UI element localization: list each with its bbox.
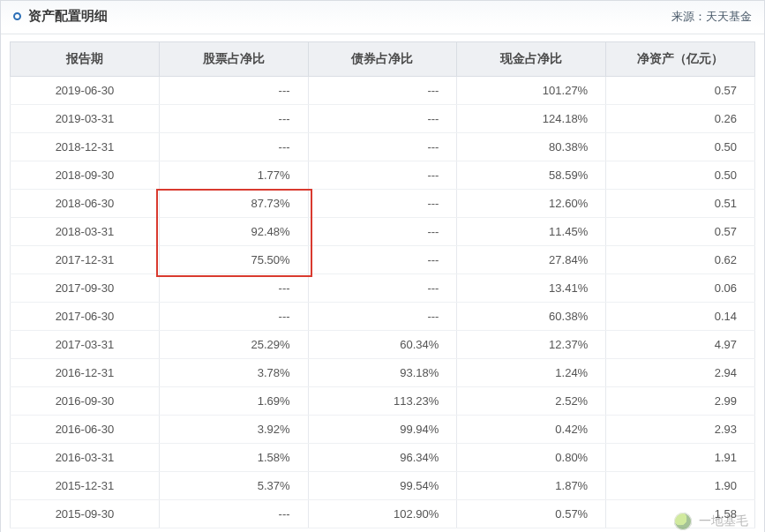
- cell-bond: ---: [308, 105, 457, 133]
- table-row: 2018-06-3087.73%---12.60%0.51: [11, 190, 755, 218]
- table-wrap: 报告期 股票占净比 债券占净比 现金占净比 净资产（亿元） 2019-06-30…: [1, 34, 764, 532]
- cell-period: 2015-12-31: [11, 472, 160, 500]
- col-bond: 债券占净比: [308, 42, 457, 77]
- cell-nav: 2.99: [606, 387, 755, 416]
- cell-cash: 11.45%: [457, 218, 606, 246]
- cell-bond: 99.54%: [308, 472, 457, 500]
- table-row: 2016-03-311.58%96.34%0.80%1.91: [11, 444, 755, 472]
- cell-period: 2016-03-31: [11, 444, 160, 472]
- cell-period: 2018-03-31: [11, 218, 160, 246]
- cell-stock: ---: [159, 133, 308, 161]
- cell-period: 2019-06-30: [11, 77, 160, 105]
- cell-stock: ---: [159, 105, 308, 133]
- cell-cash: 2.52%: [457, 387, 606, 416]
- cell-nav: 0.62: [606, 246, 755, 274]
- cell-bond: ---: [308, 161, 457, 190]
- table-row: 2018-03-3192.48%---11.45%0.57: [11, 218, 755, 246]
- cell-bond: 93.18%: [308, 359, 457, 387]
- table-row: 2016-09-301.69%113.23%2.52%2.99: [11, 387, 755, 416]
- cell-stock: 87.73%: [159, 190, 308, 218]
- cell-stock: ---: [159, 77, 308, 105]
- cell-cash: 12.60%: [457, 190, 606, 218]
- cell-bond: ---: [308, 218, 457, 246]
- cell-nav: 2.94: [606, 359, 755, 387]
- cell-cash: 80.38%: [457, 133, 606, 161]
- cell-stock: 1.58%: [159, 444, 308, 472]
- cell-cash: 0.57%: [457, 500, 606, 528]
- cell-period: 2015-09-30: [11, 500, 160, 528]
- cell-bond: ---: [308, 190, 457, 218]
- table-body: 2019-06-30------101.27%0.572019-03-31---…: [11, 77, 755, 528]
- cell-nav: 4.97: [606, 331, 755, 359]
- cell-stock: 75.50%: [159, 246, 308, 274]
- cell-bond: ---: [308, 246, 457, 274]
- cell-stock: 1.77%: [159, 161, 308, 190]
- cell-stock: 3.78%: [159, 359, 308, 387]
- table-row: 2019-03-31------124.18%0.26: [11, 105, 755, 133]
- cell-period: 2017-03-31: [11, 331, 160, 359]
- cell-cash: 1.24%: [457, 359, 606, 387]
- table-row: 2017-12-3175.50%---27.84%0.62: [11, 246, 755, 274]
- cell-bond: 99.94%: [308, 416, 457, 444]
- table-row: 2016-06-303.92%99.94%0.42%2.93: [11, 416, 755, 444]
- cell-cash: 12.37%: [457, 331, 606, 359]
- cell-cash: 58.59%: [457, 161, 606, 190]
- asset-allocation-panel: 资产配置明细 来源：天天基金 报告期 股票占净比 债券占净比 现金占净比 净资产…: [0, 0, 765, 532]
- cell-stock: 92.48%: [159, 218, 308, 246]
- table-row: 2018-12-31------80.38%0.50: [11, 133, 755, 161]
- table-row: 2017-09-30------13.41%0.06: [11, 274, 755, 303]
- panel-header: 资产配置明细 来源：天天基金: [1, 1, 764, 34]
- col-period: 报告期: [11, 42, 160, 77]
- cell-bond: 96.34%: [308, 444, 457, 472]
- cell-nav: 0.51: [606, 190, 755, 218]
- table-row: 2018-09-301.77%---58.59%0.50: [11, 161, 755, 190]
- col-cash: 现金占净比: [457, 42, 606, 77]
- cell-bond: ---: [308, 274, 457, 303]
- cell-bond: ---: [308, 77, 457, 105]
- cell-cash: 27.84%: [457, 246, 606, 274]
- cell-cash: 60.38%: [457, 303, 606, 331]
- cell-nav: 0.57: [606, 218, 755, 246]
- col-nav: 净资产（亿元）: [606, 42, 755, 77]
- cell-period: 2018-06-30: [11, 190, 160, 218]
- cell-nav: 0.57: [606, 77, 755, 105]
- cell-nav: 2.93: [606, 416, 755, 444]
- cell-nav: 1.90: [606, 472, 755, 500]
- cell-nav: 0.50: [606, 161, 755, 190]
- cell-period: 2016-12-31: [11, 359, 160, 387]
- cell-bond: ---: [308, 303, 457, 331]
- table-row: 2017-03-3125.29%60.34%12.37%4.97: [11, 331, 755, 359]
- cell-nav: 0.06: [606, 274, 755, 303]
- cell-nav: 1.58: [606, 500, 755, 528]
- cell-stock: ---: [159, 274, 308, 303]
- cell-period: 2018-09-30: [11, 161, 160, 190]
- cell-cash: 101.27%: [457, 77, 606, 105]
- cell-period: 2017-06-30: [11, 303, 160, 331]
- cell-bond: ---: [308, 133, 457, 161]
- panel-title-wrap: 资产配置明细: [13, 8, 108, 25]
- cell-stock: 1.69%: [159, 387, 308, 416]
- panel-title: 资产配置明细: [28, 8, 108, 25]
- cell-cash: 0.42%: [457, 416, 606, 444]
- table-row: 2015-12-315.37%99.54%1.87%1.90: [11, 472, 755, 500]
- cell-cash: 1.87%: [457, 472, 606, 500]
- cell-cash: 13.41%: [457, 274, 606, 303]
- cell-stock: ---: [159, 500, 308, 528]
- cell-bond: 60.34%: [308, 331, 457, 359]
- cell-bond: 102.90%: [308, 500, 457, 528]
- cell-stock: 3.92%: [159, 416, 308, 444]
- bullet-icon: [13, 12, 21, 20]
- table-row: 2016-12-313.78%93.18%1.24%2.94: [11, 359, 755, 387]
- cell-stock: 25.29%: [159, 331, 308, 359]
- cell-period: 2019-03-31: [11, 105, 160, 133]
- cell-nav: 1.91: [606, 444, 755, 472]
- asset-table: 报告期 股票占净比 债券占净比 现金占净比 净资产（亿元） 2019-06-30…: [10, 41, 755, 528]
- source-label: 来源：: [671, 10, 706, 23]
- cell-nav: 0.14: [606, 303, 755, 331]
- cell-nav: 0.26: [606, 105, 755, 133]
- table-row: 2019-06-30------101.27%0.57: [11, 77, 755, 105]
- panel-source: 来源：天天基金: [671, 9, 752, 25]
- cell-period: 2017-12-31: [11, 246, 160, 274]
- table-row: 2015-09-30---102.90%0.57%1.58: [11, 500, 755, 528]
- cell-cash: 0.80%: [457, 444, 606, 472]
